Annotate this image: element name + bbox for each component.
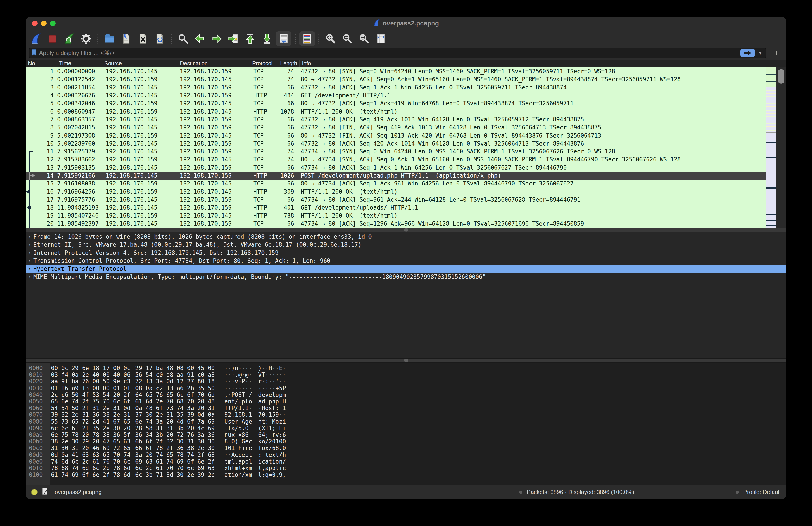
status-profile[interactable]: Profile: Default bbox=[736, 489, 786, 496]
auto-scroll-button[interactable] bbox=[276, 31, 291, 46]
minimize-window-button[interactable] bbox=[41, 20, 46, 26]
packet-row[interactable]: 137.915903135192.168.170.145192.168.170.… bbox=[26, 164, 766, 172]
filter-dropdown-chevron-icon[interactable]: ▼ bbox=[758, 50, 763, 56]
open-file-button[interactable] bbox=[102, 31, 117, 46]
hex-row[interactable]: 00e074 6d 6c 2c 61 70 70 6c69 63 61 74 6… bbox=[26, 458, 786, 465]
display-filter-input[interactable]: Apply a display filter ... <⌘/> ▼ bbox=[29, 48, 766, 58]
column-header-length[interactable]: Length bbox=[278, 60, 300, 67]
column-header-source[interactable]: Source bbox=[102, 60, 178, 67]
close-window-button[interactable] bbox=[32, 20, 38, 26]
zoom-window-button[interactable] bbox=[50, 20, 56, 26]
packet-row[interactable]: 117.915625379192.168.170.145192.168.170.… bbox=[26, 147, 766, 155]
packet-row[interactable]: 95.002197308192.168.170.159192.168.170.1… bbox=[26, 131, 766, 139]
hex-row[interactable]: 005065 6e 74 2f 75 70 6c 6f61 64 2e 70 6… bbox=[26, 398, 786, 405]
detail-row[interactable]: ›Ethernet II, Src: VMware_17:ba:48 (00:0… bbox=[26, 241, 786, 248]
apply-filter-button[interactable] bbox=[740, 49, 755, 57]
next-packet-button[interactable] bbox=[209, 31, 224, 46]
packet-bytes-pane[interactable]: 000000 0c 29 6e 18 17 00 0c29 17 ba 48 0… bbox=[26, 362, 786, 485]
hex-row[interactable]: 00b038 2e 30 29 20 47 65 636b 6f 2f 32 3… bbox=[26, 438, 786, 445]
hex-row[interactable]: 0020aa 9f ba 76 00 50 9e c372 f3 3a 0d 1… bbox=[26, 378, 786, 385]
column-header-no[interactable]: No. bbox=[26, 60, 57, 67]
hex-row[interactable]: 00f078 68 74 6d 6c 2b 78 6d6c 2c 61 70 7… bbox=[26, 465, 786, 471]
add-filter-button[interactable]: + bbox=[770, 48, 783, 58]
hex-row[interactable]: 003001 f6 a9 f3 00 00 01 0108 0a c2 13 a… bbox=[26, 385, 786, 392]
capture-comment-icon[interactable] bbox=[42, 488, 48, 496]
hex-row[interactable]: 008055 73 65 72 2d 41 67 656e 74 3a 20 4… bbox=[26, 418, 786, 425]
packet-row[interactable]: 157.916108038192.168.170.159192.168.170.… bbox=[26, 180, 766, 187]
first-packet-button[interactable] bbox=[243, 31, 258, 46]
column-header-destination[interactable]: Destination bbox=[178, 60, 250, 67]
resize-columns-button[interactable] bbox=[373, 31, 389, 46]
hex-row[interactable]: 000000 0c 29 6e 18 17 00 0c29 17 ba 48 0… bbox=[26, 365, 786, 371]
expand-chevron-icon[interactable]: › bbox=[26, 257, 33, 264]
zoom-out-button[interactable] bbox=[339, 31, 355, 46]
packet-list-scrollbar[interactable] bbox=[776, 67, 786, 228]
previous-packet-button[interactable] bbox=[192, 31, 208, 46]
titlebar[interactable]: overpass2.pcapng bbox=[26, 17, 786, 30]
related-marker-dot bbox=[26, 203, 34, 212]
go-to-packet-button[interactable] bbox=[226, 31, 241, 46]
detail-bytes-splitter[interactable] bbox=[26, 358, 786, 362]
hex-bytes: 28 58 31 31 3b 20 4c 69 bbox=[135, 425, 215, 431]
zoom-original-button[interactable] bbox=[356, 31, 372, 46]
capture-options-button[interactable] bbox=[78, 31, 94, 46]
status-filename[interactable]: overpass2.pcapng bbox=[55, 489, 102, 496]
packet-detail-pane[interactable]: ›Frame 14: 1026 bytes on wire (8208 bits… bbox=[26, 232, 786, 358]
start-capture-button[interactable] bbox=[28, 31, 43, 46]
packet-row[interactable]: 20.000122542192.168.170.159192.168.170.1… bbox=[26, 75, 766, 83]
detail-row[interactable]: ›Internet Protocol Version 4, Src: 192.1… bbox=[26, 249, 786, 257]
detail-row[interactable]: ›Hypertext Transfer Protocol bbox=[26, 265, 786, 273]
last-packet-button[interactable] bbox=[259, 31, 275, 46]
packet-source: 192.168.170.145 bbox=[102, 92, 178, 99]
packet-row[interactable]: 167.916964256192.168.170.159192.168.170.… bbox=[26, 187, 766, 196]
packet-row[interactable]: 85.002042815192.168.170.145192.168.170.1… bbox=[26, 124, 766, 131]
packet-list[interactable]: 10.000000000192.168.170.145192.168.170.1… bbox=[26, 67, 786, 228]
list-detail-splitter[interactable] bbox=[26, 228, 786, 232]
hex-row[interactable]: 00c031 30 31 20 46 69 72 6566 6f 78 2f 3… bbox=[26, 445, 786, 451]
packet-row[interactable]: 50.000342046192.168.170.159192.168.170.1… bbox=[26, 99, 766, 107]
expand-chevron-icon[interactable]: › bbox=[26, 249, 33, 256]
detail-row[interactable]: ›Transmission Control Protocol, Src Port… bbox=[26, 257, 786, 265]
colorize-packets-button[interactable] bbox=[300, 31, 315, 46]
hex-row[interactable]: 00906c 6c 61 2f 35 2e 30 2028 58 31 31 3… bbox=[26, 425, 786, 431]
zoom-in-button[interactable] bbox=[323, 31, 338, 46]
find-packet-button[interactable] bbox=[175, 31, 191, 46]
packet-row[interactable]: 1911.985407246192.168.170.159192.168.170… bbox=[26, 212, 766, 219]
stop-capture-button[interactable] bbox=[45, 31, 60, 46]
packet-list-minimap[interactable] bbox=[766, 67, 776, 228]
packet-row[interactable]: 1811.984825193192.168.170.145192.168.170… bbox=[26, 203, 766, 212]
packet-row[interactable]: 147.915992166192.168.170.145192.168.170.… bbox=[26, 172, 766, 180]
hex-row[interactable]: 006054 54 50 2f 31 2e 31 0d0a 48 6f 73 7… bbox=[26, 405, 786, 411]
packet-row[interactable]: 177.916975776192.168.170.145192.168.170.… bbox=[26, 196, 766, 203]
save-file-button[interactable] bbox=[118, 31, 134, 46]
filter-bookmark-icon[interactable] bbox=[31, 49, 37, 57]
expand-chevron-icon[interactable]: › bbox=[26, 273, 33, 280]
hex-row[interactable]: 001003 f4 0a 2e 40 00 40 0656 54 c0 a8 a… bbox=[26, 371, 786, 378]
expert-info-icon[interactable] bbox=[31, 489, 38, 495]
expand-chevron-icon[interactable]: › bbox=[26, 241, 33, 248]
restart-capture-button[interactable] bbox=[61, 31, 77, 46]
hex-row[interactable]: 007039 32 2e 31 36 38 2e 3137 30 2e 31 3… bbox=[26, 411, 786, 418]
packet-row[interactable]: 10.000000000192.168.170.145192.168.170.1… bbox=[26, 67, 766, 75]
column-header-info[interactable]: Info bbox=[300, 60, 786, 67]
hex-row[interactable]: 00402c c6 50 4f 53 54 20 2f64 65 76 65 6… bbox=[26, 392, 786, 398]
packet-row[interactable]: 105.002289760192.168.170.145192.168.170.… bbox=[26, 140, 766, 147]
hex-row[interactable]: 00a06e 75 78 20 78 38 36 5f36 34 3b 20 7… bbox=[26, 431, 786, 438]
column-header-time[interactable]: Time bbox=[57, 60, 102, 67]
packet-row[interactable]: 30.000211854192.168.170.145192.168.170.1… bbox=[26, 84, 766, 91]
close-file-button[interactable] bbox=[135, 31, 151, 46]
packet-row[interactable]: 2011.985492397192.168.170.145192.168.170… bbox=[26, 220, 766, 228]
detail-row[interactable]: ›Frame 14: 1026 bytes on wire (8208 bits… bbox=[26, 233, 786, 241]
detail-row[interactable]: ›MIME Multipart Media Encapsulation, Typ… bbox=[26, 273, 786, 281]
column-header-protocol[interactable]: Protocol bbox=[250, 60, 278, 67]
packet-row[interactable]: 60.000860947192.168.170.159192.168.170.1… bbox=[26, 107, 766, 115]
reload-file-button[interactable] bbox=[152, 31, 168, 46]
expand-chevron-icon[interactable]: › bbox=[26, 266, 33, 272]
expand-chevron-icon[interactable]: › bbox=[26, 233, 33, 240]
packet-row[interactable]: 40.000326676192.168.170.145192.168.170.1… bbox=[26, 91, 766, 99]
packet-row[interactable]: 127.915783662192.168.170.159192.168.170.… bbox=[26, 155, 766, 164]
hex-row[interactable]: 010061 74 69 6f 6e 2f 78 6d6c 3b 71 3d 3… bbox=[26, 471, 786, 478]
packet-row[interactable]: 70.000863357192.168.170.145192.168.170.1… bbox=[26, 115, 766, 124]
hex-row[interactable]: 00d00d 0a 41 63 63 65 70 743a 20 74 65 7… bbox=[26, 451, 786, 458]
scrollbar-thumb[interactable] bbox=[778, 69, 784, 84]
